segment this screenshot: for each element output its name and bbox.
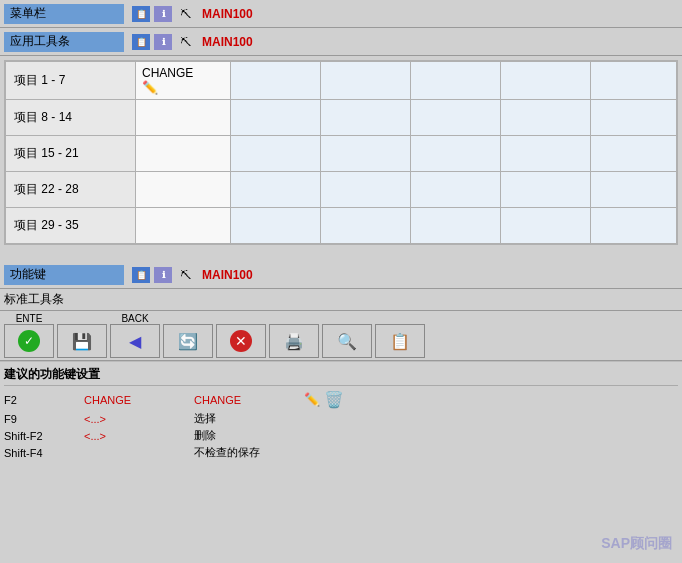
- item-row-label-1: 项目 1 - 7: [14, 73, 65, 87]
- table-row: 项目 8 - 14: [6, 100, 677, 136]
- item-cell-3-3: [321, 136, 411, 172]
- apptoolbar-row: 应用工具条 📋 ℹ ⛏ MAIN100: [0, 28, 682, 56]
- save-button[interactable]: 💾: [57, 324, 107, 358]
- item-row-label-3: 项目 15 - 21: [14, 146, 79, 160]
- pencil-icon-1: ✏️: [142, 80, 158, 95]
- funckeys-icon3[interactable]: ⛏: [176, 266, 194, 284]
- save-icon: 💾: [72, 333, 92, 350]
- apptoolbar-icon2[interactable]: ℹ: [154, 33, 172, 51]
- item-cell-1-3: [321, 62, 411, 100]
- item-cell-2-6: [591, 100, 677, 136]
- item-cell-5-6: [591, 208, 677, 244]
- spacer: [0, 249, 682, 261]
- btn-save-group: 💾: [57, 324, 107, 358]
- refresh-button[interactable]: 🔄: [163, 324, 213, 358]
- item-cell-2-5: [501, 100, 591, 136]
- item-cell-1-4: [411, 62, 501, 100]
- suggestion-row-f2: F2 CHANGE CHANGE ✏️ 🗑️: [4, 390, 678, 409]
- item-cell-3-5: [501, 136, 591, 172]
- item-cell-1-2: [231, 62, 321, 100]
- item-cell-5-5: [501, 208, 591, 244]
- watermark: SAP顾问圈: [601, 535, 672, 553]
- sug-action2-shiftf4: 不检查的保存: [194, 445, 304, 460]
- sug-key-f2: F2: [4, 394, 84, 406]
- suggestion-row-shiftf4: Shift-F4 不检查的保存: [4, 445, 678, 460]
- apptoolbar-box1: 📋: [132, 34, 150, 50]
- menubar-icon3[interactable]: ⛏: [176, 5, 194, 23]
- apptoolbar-icon3[interactable]: ⛏: [176, 33, 194, 51]
- table-row: 项目 22 - 28: [6, 172, 677, 208]
- item-cell-2-4: [411, 100, 501, 136]
- suggestions-section: 建议的功能键设置 F2 CHANGE CHANGE ✏️ 🗑️ F9 <...>…: [0, 361, 682, 466]
- funckeys-icon2[interactable]: ℹ: [154, 266, 172, 284]
- findnext-icon: 📋: [390, 333, 410, 350]
- sug-action2-f9: 选择: [194, 411, 304, 426]
- item-cell-5-1: [136, 208, 231, 244]
- btn-findnext-group: 📋: [375, 324, 425, 358]
- item-cell-5-4: [411, 208, 501, 244]
- menubar-box-icon1: 📋: [132, 6, 150, 22]
- item-cell-2-1: [136, 100, 231, 136]
- item-cell-5-3: [321, 208, 411, 244]
- stop-button[interactable]: ✕: [216, 324, 266, 358]
- btn-back-label: BACK: [121, 313, 148, 324]
- funckeys-icons: 📋 ℹ ⛏: [132, 266, 194, 284]
- item-cell-4-3: [321, 172, 411, 208]
- enter-button[interactable]: ✓: [4, 324, 54, 358]
- item-cell-4-6: [591, 172, 677, 208]
- item-cell-3-4: [411, 136, 501, 172]
- stop-icon: ✕: [230, 330, 252, 352]
- funckeys-box2: ℹ: [154, 267, 172, 283]
- btn-stop-group: ✕: [216, 324, 266, 358]
- standard-toolbar-label-row: 标准工具条: [0, 289, 682, 311]
- menubar-icon1[interactable]: 📋: [132, 5, 150, 23]
- suggestions-title: 建议的功能键设置: [4, 366, 678, 386]
- table-row: 项目 1 - 7 CHANGE ✏️: [6, 62, 677, 100]
- refresh-icon: 🔄: [178, 333, 198, 350]
- item-cell-2-2: [231, 100, 321, 136]
- apptoolbar-box2: ℹ: [154, 34, 172, 50]
- item-cell-3-2: [231, 136, 321, 172]
- apptoolbar-label: 应用工具条: [4, 32, 124, 52]
- btn-print-group: 🖨️: [269, 324, 319, 358]
- apptoolbar-icons: 📋 ℹ ⛏: [132, 33, 194, 51]
- btn-back-group: BACK ◀: [110, 313, 160, 358]
- print-button[interactable]: 🖨️: [269, 324, 319, 358]
- apptoolbar-icon1[interactable]: 📋: [132, 33, 150, 51]
- sug-pencil-f2: ✏️: [304, 392, 320, 407]
- menubar-icons: 📋 ℹ ⛏: [132, 5, 194, 23]
- back-icon: ◀: [129, 333, 141, 350]
- funckeys-code: MAIN100: [202, 268, 253, 282]
- sug-key-shiftf2: Shift-F2: [4, 430, 84, 442]
- item-cell-3-1: [136, 136, 231, 172]
- find-button[interactable]: 🔍: [322, 324, 372, 358]
- funckeys-tree-icon: ⛏: [180, 269, 191, 281]
- sug-action1-f2: CHANGE: [84, 394, 194, 406]
- findnext-button[interactable]: 📋: [375, 324, 425, 358]
- funckeys-icon1[interactable]: 📋: [132, 266, 150, 284]
- btn-enter-group: ENTE ✓: [4, 313, 54, 358]
- change-text-1: CHANGE: [142, 66, 193, 80]
- menubar-icon2[interactable]: ℹ: [154, 5, 172, 23]
- funckeys-box1: 📋: [132, 267, 150, 283]
- sug-delete-f2: 🗑️: [324, 390, 344, 409]
- item-cell-4-1: [136, 172, 231, 208]
- menubar-tree-icon: ⛏: [180, 8, 191, 20]
- apptoolbar-tree-icon: ⛏: [180, 36, 191, 48]
- sug-key-shiftf4: Shift-F4: [4, 447, 84, 459]
- item-cell-4-2: [231, 172, 321, 208]
- back-button[interactable]: ◀: [110, 324, 160, 358]
- sug-action1-f9: <...>: [84, 413, 194, 425]
- menubar-box-icon2: ℹ: [154, 6, 172, 22]
- item-cell-1-5: [501, 62, 591, 100]
- item-row-label-5: 项目 29 - 35: [14, 218, 79, 232]
- item-row-label-4: 项目 22 - 28: [14, 182, 79, 196]
- item-cell-4-5: [501, 172, 591, 208]
- funckeys-label: 功能键: [4, 265, 124, 285]
- table-row: 项目 15 - 21: [6, 136, 677, 172]
- item-cell-5-2: [231, 208, 321, 244]
- sug-key-f9: F9: [4, 413, 84, 425]
- suggestion-row-f9: F9 <...> 选择: [4, 411, 678, 426]
- btn-find-group: 🔍: [322, 324, 372, 358]
- menubar-row: 菜单栏 📋 ℹ ⛏ MAIN100: [0, 0, 682, 28]
